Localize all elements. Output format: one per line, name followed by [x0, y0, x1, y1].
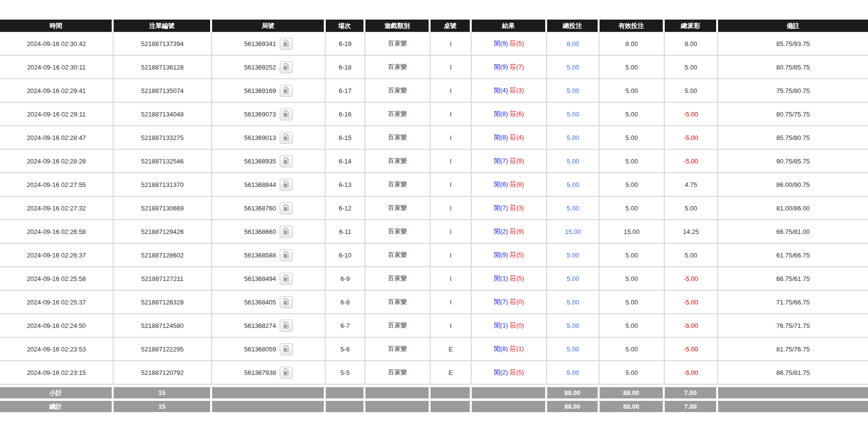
grandtotal-row-empty	[326, 398, 365, 412]
video-replay-file-icon	[282, 251, 290, 260]
total-bet-link[interactable]: 15.00	[565, 228, 581, 235]
cell-bet-id: 521887126328	[114, 291, 212, 314]
table-row: 2024-09-16 02:28:47521887133275561369013…	[0, 126, 868, 150]
video-replay-button[interactable]	[280, 296, 293, 308]
cell-result: 閒(6)莊(8)	[472, 173, 547, 197]
round-id-value: 561368494	[244, 275, 276, 282]
cell-bet-id: 521887137394	[114, 32, 212, 56]
table-body: 2024-09-16 02:30:42521887137394561369341…	[0, 32, 868, 385]
cell-session: 6-8	[326, 291, 365, 314]
cell-payout: -5.00	[665, 150, 718, 173]
table-row: 2024-09-16 02:26:58521887129426561368660…	[0, 220, 868, 244]
video-replay-file-icon	[282, 86, 290, 95]
total-bet-link[interactable]: 5.00	[567, 181, 579, 188]
column-header-payout: 總派彩	[665, 20, 718, 32]
total-bet-link[interactable]: 5.00	[567, 322, 579, 329]
banker-result: 莊(7)	[510, 63, 524, 70]
total-bet-link[interactable]: 5.00	[567, 87, 579, 94]
player-result: 閒(6)	[494, 181, 508, 188]
subtotal-row-total-bet: 88.00	[547, 385, 600, 398]
cell-total-bet: 5.00	[547, 361, 600, 385]
cell-game-type: 百家樂	[365, 103, 431, 126]
video-replay-button[interactable]	[280, 179, 293, 191]
cell-payout: -5.00	[665, 291, 718, 314]
total-bet-link[interactable]: 5.00	[567, 252, 579, 259]
video-replay-button[interactable]	[280, 202, 293, 214]
cell-time: 2024-09-16 02:27:55	[0, 173, 114, 197]
cell-bet-id: 521887134048	[114, 103, 212, 126]
video-replay-file-icon	[282, 227, 290, 236]
bet-history-table: 時間注單編號局號場次遊戲類別桌號結果總投注有效投注總派彩備註 2024-09-1…	[0, 20, 868, 412]
video-replay-button[interactable]	[280, 320, 293, 332]
video-replay-button[interactable]	[280, 132, 293, 144]
cell-payout: 5.00	[665, 244, 718, 267]
cell-bet-id: 521887133275	[114, 126, 212, 150]
cell-remark: 66.75/81.00	[718, 220, 868, 244]
cell-bet-id: 521887128602	[114, 244, 212, 267]
column-header-remark: 備註	[718, 20, 868, 32]
cell-total-bet: 5.00	[547, 79, 600, 103]
table-row: 2024-09-16 02:24:50521887124580561368274…	[0, 314, 868, 338]
cell-game-type: 百家樂	[365, 150, 431, 173]
cell-bet-id: 521887124580	[114, 314, 212, 338]
total-bet-link[interactable]: 8.00	[567, 40, 579, 47]
video-replay-button[interactable]	[280, 61, 293, 73]
cell-round-id: 561368405	[212, 291, 326, 314]
video-replay-button[interactable]	[280, 273, 293, 285]
grandtotal-row-empty	[431, 398, 472, 412]
player-result: 閒(1)	[494, 275, 508, 282]
round-id-value: 561368935	[244, 158, 276, 165]
total-bet-link[interactable]: 5.00	[567, 346, 579, 353]
player-result: 閒(9)	[494, 40, 508, 47]
table-row: 2024-09-16 02:25:58521887127211561368494…	[0, 267, 868, 291]
total-bet-link[interactable]: 5.00	[567, 158, 579, 165]
video-replay-button[interactable]	[280, 155, 293, 167]
video-replay-button[interactable]	[280, 367, 293, 379]
cell-time: 2024-09-16 02:23:15	[0, 361, 114, 385]
cell-remark: 86.75/81.75	[718, 361, 868, 385]
banker-result: 莊(3)	[510, 87, 524, 94]
grandtotal-row-total-bet: 88.00	[547, 398, 600, 412]
cell-total-bet: 8.00	[547, 32, 600, 56]
video-replay-file-icon	[282, 321, 290, 330]
total-bet-link[interactable]: 5.00	[567, 299, 579, 306]
cell-valid-bet: 5.00	[600, 314, 665, 338]
cell-table-no: I	[431, 56, 472, 79]
total-bet-link[interactable]: 5.00	[567, 134, 579, 141]
total-bet-link[interactable]: 5.00	[567, 205, 579, 212]
total-bet-link[interactable]: 5.00	[567, 275, 579, 282]
total-bet-link[interactable]: 5.00	[567, 369, 579, 376]
table-row: 2024-09-16 02:23:53521887122295561368059…	[0, 338, 868, 361]
player-result: 閒(4)	[494, 87, 508, 94]
video-replay-button[interactable]	[280, 108, 293, 120]
cell-remark: 80.75/85.75	[718, 56, 868, 79]
cell-game-type: 百家樂	[365, 32, 431, 56]
cell-total-bet: 5.00	[547, 150, 600, 173]
video-replay-button[interactable]	[280, 85, 293, 97]
cell-payout: -5.00	[665, 126, 718, 150]
cell-table-no: I	[431, 103, 472, 126]
round-id-value: 561368660	[244, 228, 276, 235]
cell-remark: 80.75/75.75	[718, 103, 868, 126]
video-replay-button[interactable]	[280, 38, 293, 50]
video-replay-button[interactable]	[280, 343, 293, 355]
cell-session: 6-13	[326, 173, 365, 197]
cell-time: 2024-09-16 02:26:58	[0, 220, 114, 244]
cell-session: 6-10	[326, 244, 365, 267]
video-replay-button[interactable]	[280, 226, 293, 238]
total-bet-link[interactable]: 5.00	[567, 111, 579, 118]
banker-result: 莊(9)	[510, 157, 524, 164]
cell-round-id: 561369341	[212, 32, 326, 56]
cell-result: 閒(1)莊(0)	[472, 314, 547, 338]
column-header-valid_bet: 有效投注	[600, 20, 665, 32]
video-replay-button[interactable]	[280, 249, 293, 261]
total-bet-link[interactable]: 5.00	[567, 64, 579, 71]
round-id-value: 561368844	[244, 181, 276, 188]
cell-remark: 75.75/80.75	[718, 79, 868, 103]
cell-total-bet: 5.00	[547, 126, 600, 150]
cell-round-id: 561369013	[212, 126, 326, 150]
cell-valid-bet: 5.00	[600, 150, 665, 173]
player-result: 閒(2)	[494, 228, 508, 235]
cell-round-id: 561367938	[212, 361, 326, 385]
round-id-value: 561368588	[244, 252, 276, 259]
